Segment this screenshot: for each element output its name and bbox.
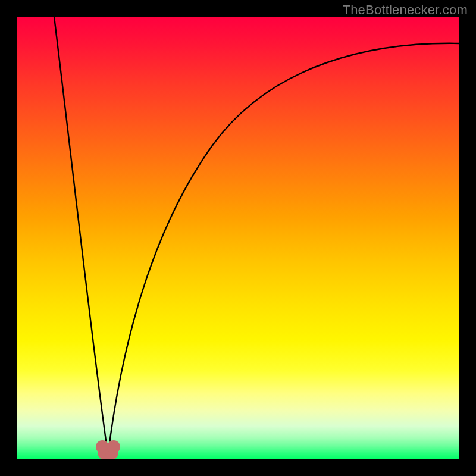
watermark-text: TheBottlenecker.com — [343, 2, 468, 18]
chart-frame: TheBottlenecker.com — [0, 0, 476, 476]
minimum-marker — [17, 17, 459, 459]
marker-dot-icon — [107, 440, 120, 453]
plot-area — [17, 17, 459, 459]
